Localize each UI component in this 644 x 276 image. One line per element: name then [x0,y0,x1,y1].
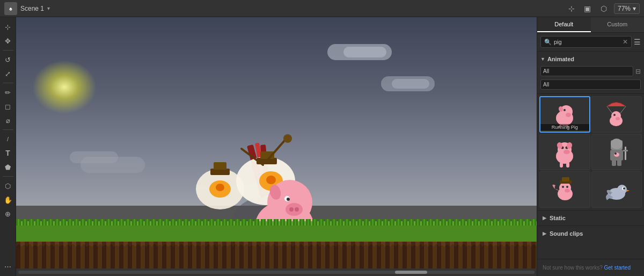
toolbar-icon-2[interactable]: ▣ [582,3,594,14]
asset-item-1[interactable]: Running Pig [539,96,590,133]
search-input[interactable] [554,39,620,45]
text-tool[interactable]: T [2,147,14,159]
dirt-roots [16,242,537,268]
asset-grid: Running Pig [537,94,644,210]
zoom-value: 77% [618,5,631,12]
svg-point-12 [266,176,276,184]
svg-point-52 [614,152,617,155]
right-panel: Default Custom 🔍 ✕ ☰ ▼ Animated All ⊟ [537,17,644,276]
app-logo: ♠ [4,2,17,15]
sound-clips-label: Sound clips [550,230,583,237]
animated-section: ▼ Animated All ⊟ All [537,52,644,94]
ground-grass [16,226,537,242]
pen-tool[interactable]: / [2,133,14,146]
svg-point-61 [566,186,568,188]
tool-separator-2 [3,83,13,83]
top-bar: ♠ Scene 1 ▾ ⊹ ▣ ⬡ 77% ▾ [0,0,644,17]
zoom-tool[interactable]: ⊕ [2,207,14,220]
cloud-2 [343,47,386,57]
camera-tool[interactable]: ⬡ [2,179,14,192]
ground-dirt [16,242,537,268]
cloud-6 [80,157,145,173]
help-text-content: Not sure how this works? [543,265,603,271]
canvas-scrollbar[interactable] [16,268,537,276]
cloud-4 [392,79,429,89]
svg-point-59 [565,189,570,193]
filter-select-1[interactable]: All [540,66,633,76]
top-bar-right: ⊹ ▣ ⬡ 77% ▾ [566,3,640,14]
zoom-control[interactable]: 77% ▾ [614,3,640,14]
svg-point-60 [562,186,564,188]
move-tool[interactable]: ✥ [2,34,14,47]
static-section-expander[interactable]: ▶ Static [537,210,644,226]
pig-standing-svg [550,136,580,168]
tab-custom[interactable]: Custom [591,17,645,32]
search-icon: 🔍 [544,39,552,46]
canvas-viewport[interactable]: ✛ [16,17,537,268]
scrollbar-track[interactable] [18,271,535,274]
svg-rect-53 [625,147,626,160]
tool-separator-1 [3,50,13,50]
select-tool[interactable]: ⊹ [2,20,14,33]
more-tool[interactable]: ⋯ [2,260,14,273]
sound-clips-section-expander[interactable]: ▶ Sound clips [537,226,644,241]
static-label: Static [550,215,566,221]
toolbar-icon-1[interactable]: ⊹ [566,3,577,14]
svg-rect-47 [566,162,569,168]
canvas-area: ✛ [16,17,537,276]
eyedropper-tool[interactable]: ⌀ [2,114,14,127]
animated-label: Animated [547,56,574,62]
svg-rect-54 [623,150,628,151]
svg-rect-46 [560,162,563,168]
svg-point-21 [289,207,294,212]
clear-search-button[interactable]: ✕ [623,38,628,46]
sound-clips-arrow-icon: ▶ [543,231,546,236]
tool-separator-4 [3,176,13,177]
zoom-dropdown-arrow[interactable]: ▾ [633,5,636,12]
search-input-wrap: 🔍 ✕ [540,36,632,48]
filter-select-2[interactable]: All [540,79,641,90]
asset-item-5[interactable] [539,171,590,208]
scale-tool[interactable]: ⤢ [2,67,14,80]
svg-point-16 [283,134,292,143]
top-bar-left: ♠ Scene 1 ▾ [4,2,50,15]
static-arrow-icon: ▶ [543,215,546,221]
rotate-tool[interactable]: ↺ [2,53,14,66]
list-view-button[interactable]: ☰ [634,38,641,46]
scrollbar-thumb[interactable] [395,271,427,274]
animated-arrow-icon: ▼ [540,56,545,62]
main-content: ⊹ ✥ ↺ ⤢ ✏ ◻ ⌀ / T ⬟ ⬡ ✋ ⊕ ⋯ [0,17,644,276]
filter-icon-1[interactable]: ⊟ [635,68,641,75]
panel-tabs: Default Custom [537,17,644,33]
svg-rect-63 [562,177,569,181]
toolbar-icon-3[interactable]: ⬡ [598,3,610,14]
fill-tool[interactable]: ⬟ [2,161,14,173]
pig-parachute-svg [602,98,631,130]
svg-point-41 [564,150,570,154]
animated-category-header[interactable]: ▼ Animated [540,54,641,64]
left-toolbar: ⊹ ✥ ↺ ⤢ ✏ ◻ ⌀ / T ⬟ ⬡ ✋ ⊕ ⋯ [0,17,16,276]
svg-point-20 [286,203,303,216]
asset-item-2[interactable] [591,96,642,133]
asset-item-4[interactable] [591,134,642,170]
filter-row-2: All [540,78,641,91]
asset-item-6[interactable] [591,171,642,208]
svg-point-30 [566,113,571,117]
search-bar: 🔍 ✕ ☰ [537,33,644,52]
svg-rect-56 [617,159,621,166]
svg-point-58 [559,182,571,194]
svg-point-49 [611,139,623,149]
asset-item-3[interactable] [539,134,590,170]
paint-tool[interactable]: ✏ [2,86,14,99]
sun-glow [32,60,97,114]
get-started-link[interactable]: Get started [604,265,631,271]
svg-point-37 [616,117,620,120]
eraser-tool[interactable]: ◻ [2,100,14,113]
svg-rect-55 [612,159,616,166]
tab-default[interactable]: Default [537,17,591,32]
hand-tool[interactable]: ✋ [2,193,14,206]
svg-point-24 [287,198,290,201]
scene-dropdown-arrow[interactable]: ▾ [47,5,50,11]
svg-point-7 [216,184,224,191]
svg-point-67 [623,187,625,190]
